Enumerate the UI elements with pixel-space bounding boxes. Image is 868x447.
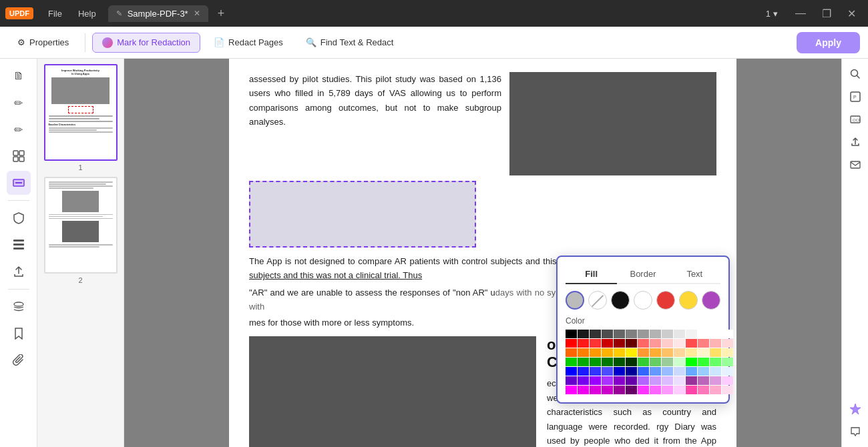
color-cell[interactable] [602, 367, 613, 376]
color-cell[interactable] [638, 348, 649, 357]
color-cell[interactable] [590, 386, 601, 394]
color-cell[interactable] [698, 339, 709, 348]
color-cell[interactable] [614, 348, 625, 357]
thumbnail-page-2[interactable]: 2 [43, 177, 118, 284]
page-nav-chevron[interactable]: ▾ [773, 9, 778, 19]
color-cell[interactable] [578, 348, 589, 357]
color-cell[interactable] [602, 386, 613, 394]
color-cell[interactable] [566, 348, 577, 357]
color-cell[interactable] [710, 367, 721, 376]
swatch-gray[interactable] [566, 291, 584, 310]
sidebar-item-document[interactable]: 🗎 [7, 64, 31, 88]
color-cell[interactable] [626, 348, 637, 357]
color-cell[interactable] [602, 339, 613, 348]
color-cell[interactable] [674, 330, 685, 338]
color-cell[interactable] [686, 339, 697, 348]
right-convert-icon[interactable]: P [845, 87, 865, 107]
right-share-icon[interactable] [845, 132, 865, 152]
color-cell[interactable] [650, 339, 661, 348]
color-cell[interactable] [674, 339, 685, 348]
color-cell[interactable] [638, 386, 649, 394]
color-cell[interactable] [686, 330, 697, 338]
color-cell[interactable] [698, 348, 709, 357]
color-cell[interactable] [602, 330, 613, 338]
sidebar-item-bookmark[interactable] [7, 322, 31, 346]
sidebar-item-protect[interactable] [7, 206, 31, 230]
color-cell[interactable] [566, 330, 577, 338]
color-cell[interactable] [686, 348, 697, 357]
right-mail-icon[interactable] [845, 155, 865, 175]
swatch-red[interactable] [656, 291, 675, 310]
color-cell[interactable] [650, 330, 661, 338]
swatch-purple[interactable] [702, 291, 720, 310]
color-cell[interactable] [626, 376, 637, 385]
color-cell[interactable] [566, 386, 577, 394]
color-cell[interactable] [650, 386, 661, 394]
color-cell[interactable] [578, 376, 589, 385]
properties-button[interactable]: ⚙ Properties [8, 33, 78, 51]
thumbnail-page-1[interactable]: Improve Working ProductivityIn Using App… [43, 64, 118, 171]
color-cell[interactable] [614, 330, 625, 338]
color-cell[interactable] [638, 367, 649, 376]
color-cell[interactable] [566, 339, 577, 348]
color-cell[interactable] [650, 358, 661, 366]
color-cell[interactable] [590, 376, 601, 385]
color-cell[interactable] [662, 367, 673, 376]
color-cell[interactable] [578, 358, 589, 366]
color-cell[interactable] [602, 358, 613, 366]
color-cell[interactable] [686, 367, 697, 376]
sidebar-item-redact[interactable] [7, 171, 31, 195]
color-cell[interactable] [662, 376, 673, 385]
color-cell[interactable] [626, 367, 637, 376]
color-cell[interactable] [698, 367, 709, 376]
mark-redaction-button[interactable]: Mark for Redaction [92, 33, 200, 53]
swatch-transparent[interactable] [588, 291, 607, 310]
color-cell[interactable] [566, 376, 577, 385]
color-cell[interactable] [674, 367, 685, 376]
color-grid[interactable] [566, 330, 720, 394]
redact-overlay[interactable] [249, 181, 476, 248]
close-button[interactable]: ✕ [841, 5, 863, 23]
color-cell[interactable] [662, 358, 673, 366]
fill-tab[interactable]: Fill [566, 265, 617, 284]
tab-close-icon[interactable]: ✕ [194, 9, 200, 18]
color-cell[interactable] [722, 330, 733, 338]
find-redact-button[interactable]: 🔍 Find Text & Redact [296, 33, 403, 51]
color-cell[interactable] [614, 339, 625, 348]
color-cell[interactable] [590, 339, 601, 348]
color-cell[interactable] [722, 386, 733, 394]
color-cell[interactable] [674, 386, 685, 394]
color-cell[interactable] [578, 367, 589, 376]
color-cell[interactable] [650, 348, 661, 357]
color-cell[interactable] [566, 367, 577, 376]
color-cell[interactable] [686, 376, 697, 385]
color-cell[interactable] [662, 339, 673, 348]
color-cell[interactable] [674, 376, 685, 385]
color-cell[interactable] [590, 348, 601, 357]
color-cell[interactable] [662, 330, 673, 338]
color-cell[interactable] [578, 339, 589, 348]
sidebar-item-comment[interactable]: ✏ [7, 117, 31, 141]
color-cell[interactable] [674, 358, 685, 366]
color-cell[interactable] [638, 376, 649, 385]
color-cell[interactable] [722, 358, 733, 366]
sidebar-item-organize[interactable] [7, 233, 31, 257]
color-cell[interactable] [650, 376, 661, 385]
apply-button[interactable]: Apply [797, 32, 860, 53]
color-cell[interactable] [614, 367, 625, 376]
menu-help[interactable]: Help [71, 6, 103, 21]
color-cell[interactable] [638, 358, 649, 366]
color-cell[interactable] [626, 386, 637, 394]
color-cell[interactable] [662, 386, 673, 394]
color-cell[interactable] [698, 386, 709, 394]
color-cell[interactable] [698, 358, 709, 366]
pdf-area[interactable]: › assessed by pilot studies. This pilot … [124, 59, 841, 447]
color-cell[interactable] [710, 376, 721, 385]
minimize-button[interactable]: — [789, 5, 813, 22]
color-cell[interactable] [674, 348, 685, 357]
color-cell[interactable] [590, 330, 601, 338]
color-cell[interactable] [710, 339, 721, 348]
color-cell[interactable] [698, 330, 709, 338]
color-cell[interactable] [626, 330, 637, 338]
color-cell[interactable] [602, 348, 613, 357]
